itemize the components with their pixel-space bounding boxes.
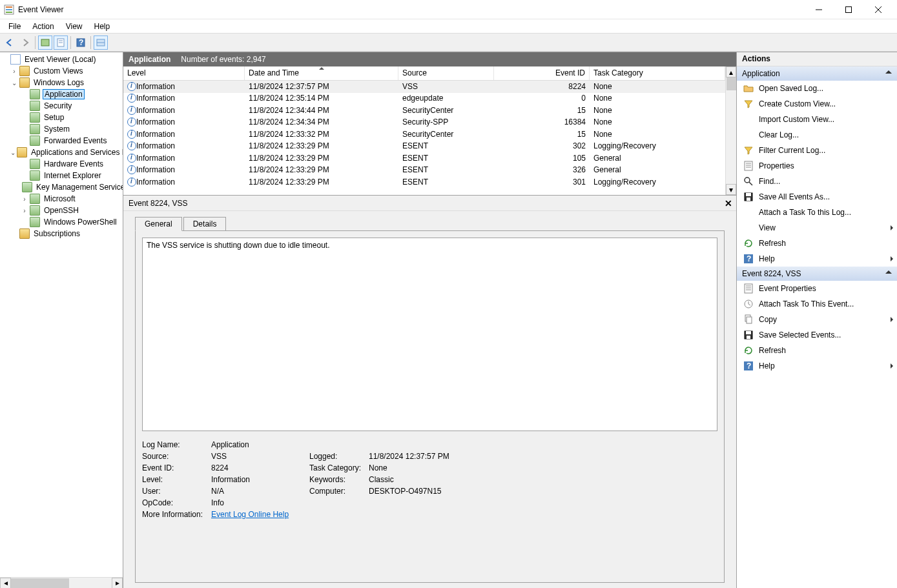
submenu-arrow-icon (891, 317, 893, 322)
event-grid[interactable]: Level Date and Time Source Event ID Task… (123, 66, 725, 195)
action-item[interactable]: View (737, 220, 897, 236)
detail-close-button[interactable]: ✕ (725, 198, 732, 208)
event-source: ESENT (398, 165, 494, 174)
action-item[interactable]: ?Help (737, 358, 897, 374)
back-button[interactable] (3, 35, 17, 50)
scroll-thumb[interactable] (727, 77, 736, 90)
event-row[interactable]: Information11/8/2024 12:35:14 PMedgeupda… (123, 93, 725, 105)
event-row[interactable]: Information11/8/2024 12:34:34 PMSecurity… (123, 117, 725, 129)
action-item[interactable]: Refresh (737, 236, 897, 251)
action-item[interactable]: Attach a Task To this Log... (737, 205, 897, 220)
scroll-down-button[interactable]: ▾ (726, 184, 736, 195)
tree-item[interactable]: ›Microsoft (0, 193, 123, 205)
event-date: 11/8/2024 12:33:29 PM (245, 165, 398, 174)
tree-item[interactable]: Application (0, 88, 123, 100)
action-item[interactable]: Filter Current Log... (737, 143, 897, 158)
maximize-button[interactable] (834, 0, 863, 19)
scroll-right-button[interactable]: ▸ (112, 578, 123, 589)
action-item[interactable]: Import Custom View... (737, 112, 897, 127)
tree-toggle-icon[interactable]: ⌄ (10, 149, 15, 156)
menu-file[interactable]: File (3, 21, 26, 32)
tree-item[interactable]: Setup (0, 112, 123, 123)
action-item[interactable]: Save Selected Events... (737, 327, 897, 343)
menu-action[interactable]: Action (26, 21, 59, 32)
menu-help[interactable]: Help (88, 21, 116, 32)
col-task[interactable]: Task Category (590, 66, 725, 80)
tree-node-icon (30, 170, 40, 181)
action-item[interactable]: Save All Events As... (737, 189, 897, 205)
action-item[interactable]: Clear Log... (737, 127, 897, 143)
tree-item[interactable]: ›Custom Views (0, 65, 123, 77)
action-item[interactable]: Properties (737, 158, 897, 174)
tab-general[interactable]: General (135, 217, 182, 231)
tree-toggle-icon[interactable]: › (21, 207, 28, 214)
actions-section-application[interactable]: Application (737, 66, 897, 81)
event-row[interactable]: Information11/8/2024 12:37:57 PMVSS8224N… (123, 81, 725, 93)
action-label: Copy (759, 315, 777, 324)
svg-rect-27 (745, 284, 752, 293)
scroll-thumb[interactable] (11, 578, 69, 588)
tree-item[interactable]: Forwarded Events (0, 135, 123, 147)
properties-icon (743, 161, 754, 171)
event-log-online-help-link[interactable]: Event Log Online Help (211, 510, 289, 519)
forward-button[interactable] (18, 35, 32, 50)
action-item[interactable]: Open Saved Log... (737, 81, 897, 96)
tree-item[interactable]: Key Management Service (0, 181, 123, 193)
tree-item[interactable]: System (0, 123, 123, 135)
prop-user-value: N/A (211, 487, 308, 496)
scroll-left-button[interactable]: ◂ (0, 578, 11, 589)
help-button[interactable]: ? (74, 35, 88, 50)
tree-item-label: Windows Logs (32, 78, 85, 87)
action-item[interactable]: Copy (737, 312, 897, 327)
menu-view[interactable]: View (60, 21, 88, 32)
tree-item-label: Forwarded Events (43, 136, 108, 145)
event-row[interactable]: Information11/8/2024 12:33:29 PMESENT105… (123, 152, 725, 165)
show-hide-tree-button[interactable] (38, 35, 52, 50)
action-item[interactable]: Find... (737, 174, 897, 189)
event-row[interactable]: Information11/8/2024 12:33:29 PMESENT302… (123, 141, 725, 153)
grid-header[interactable]: Level Date and Time Source Event ID Task… (123, 66, 725, 81)
tree-item[interactable]: ›OpenSSH (0, 205, 123, 216)
event-id: 301 (494, 177, 590, 187)
properties-button[interactable] (54, 35, 68, 50)
grid-vscrollbar[interactable]: ▴ ▾ (725, 66, 736, 195)
tab-details[interactable]: Details (183, 217, 227, 231)
tree-item[interactable]: Hardware Events (0, 158, 123, 170)
scroll-up-button[interactable]: ▴ (726, 66, 736, 77)
tree-hscrollbar[interactable]: ◂ ▸ (0, 577, 123, 588)
event-row[interactable]: Information11/8/2024 12:33:29 PMESENT301… (123, 176, 725, 188)
action-item[interactable]: Refresh (737, 343, 897, 358)
action-item[interactable]: Event Properties (737, 281, 897, 296)
minimize-button[interactable] (804, 0, 834, 19)
col-date[interactable]: Date and Time (245, 66, 398, 80)
tree-item[interactable]: Security (0, 100, 123, 112)
actions-section-event[interactable]: Event 8224, VSS (737, 267, 897, 281)
tree-toggle-icon[interactable]: › (21, 196, 28, 203)
tree-item[interactable]: Event Viewer (Local) (0, 54, 123, 65)
col-source[interactable]: Source (398, 66, 494, 80)
prop-logname-label: Log Name: (142, 440, 210, 449)
tree-item-label: Key Management Service (35, 183, 123, 192)
find-icon (743, 176, 754, 187)
action-item[interactable]: ?Help (737, 251, 897, 267)
event-row[interactable]: Information11/8/2024 12:33:32 PMSecurity… (123, 128, 725, 141)
tree-item[interactable]: Subscriptions (0, 228, 123, 239)
tree-item[interactable]: Windows PowerShell (0, 216, 123, 228)
tree-toggle-icon[interactable]: ⌄ (10, 79, 18, 86)
log-header: Application Number of events: 2,947 (123, 52, 736, 66)
preview-pane-button[interactable] (94, 35, 108, 50)
event-row[interactable]: Information11/8/2024 12:33:29 PMESENT326… (123, 165, 725, 177)
prop-moreinfo-label: More Information: (142, 510, 210, 519)
window-title: Event Viewer (18, 5, 804, 14)
col-level[interactable]: Level (123, 66, 245, 80)
close-button[interactable] (863, 0, 893, 19)
col-eventid[interactable]: Event ID (494, 66, 590, 80)
tree-item[interactable]: ⌄Windows Logs (0, 77, 123, 88)
nav-tree[interactable]: Event Viewer (Local)›Custom Views⌄Window… (0, 52, 123, 577)
event-row[interactable]: Information11/8/2024 12:34:44 PMSecurity… (123, 105, 725, 117)
action-item[interactable]: Create Custom View... (737, 96, 897, 112)
tree-item[interactable]: Internet Explorer (0, 170, 123, 181)
tree-toggle-icon[interactable]: › (10, 68, 18, 75)
action-item[interactable]: Attach Task To This Event... (737, 296, 897, 312)
tree-item[interactable]: ⌄Applications and Services Logs (0, 147, 123, 158)
